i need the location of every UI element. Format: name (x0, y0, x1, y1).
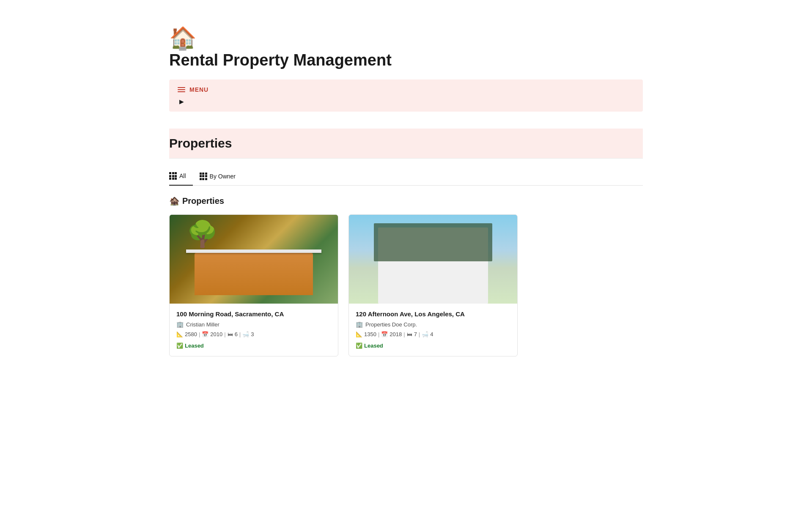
owner-icon-1: 🏢 (176, 321, 184, 328)
grid-icon-all (169, 172, 177, 180)
owner-name-2: Properties Doe Corp. (365, 321, 417, 328)
property-info-1: 100 Morning Road, Sacramento, CA 🏢 Crist… (170, 304, 338, 356)
beds-value-2: 7 (414, 331, 417, 337)
status-badge-2: ✅ Leased (356, 343, 383, 349)
owner-name-1: Cristian Miller (186, 321, 219, 328)
year-value-1: 2010 (210, 331, 222, 337)
sqft-value-1: 2580 (185, 331, 197, 337)
property-address-1: 100 Morning Road, Sacramento, CA (176, 310, 331, 318)
sqft-icon-2: 📐 (356, 331, 362, 337)
bath-icon-1: 🛁 (242, 331, 249, 337)
menu-toggle[interactable]: MENU (178, 86, 634, 93)
app-title: Rental Property Management (169, 51, 643, 69)
tab-by-owner-label: By Owner (210, 173, 236, 180)
bed-icon-1: 🛏 (228, 331, 233, 337)
baths-value-1: 3 (251, 331, 254, 337)
menu-expand-arrow[interactable]: ▶ (179, 98, 634, 105)
tree-decoration-icon: 🌳 (187, 219, 218, 249)
properties-section-header: Properties (169, 129, 643, 159)
menu-label: MENU (189, 86, 208, 93)
app-header: 🏠 Rental Property Management (169, 25, 643, 69)
app-logo-icon: 🏠 (169, 26, 197, 50)
property-details-1: 📐 2580 | 📅 2010 | 🛏 6 | 🛁 3 (176, 331, 331, 337)
property-info-2: 120 Afternoon Ave, Los Angeles, CA 🏢 Pro… (349, 304, 517, 356)
owner-icon-2: 🏢 (356, 321, 363, 328)
hamburger-icon (178, 87, 185, 92)
status-icon-1: ✅ (176, 343, 183, 349)
year-value-2: 2018 (390, 331, 402, 337)
property-address-2: 120 Afternoon Ave, Los Angeles, CA (356, 310, 510, 318)
properties-tabs: All By Owner (169, 169, 643, 186)
year-icon-2: 📅 (381, 331, 388, 337)
property-card-2[interactable]: 120 Afternoon Ave, Los Angeles, CA 🏢 Pro… (348, 214, 518, 356)
tab-by-owner[interactable]: By Owner (200, 169, 242, 185)
status-text-2: Leased (364, 343, 383, 349)
subsection-icon: 🏚️ (169, 196, 180, 206)
properties-grid: 🌳 100 Morning Road, Sacramento, CA 🏢 Cri… (169, 214, 643, 356)
status-icon-2: ✅ (356, 343, 362, 349)
sqft-icon-1: 📐 (176, 331, 183, 337)
status-badge-1: ✅ Leased (176, 343, 204, 349)
property-owner-2: 🏢 Properties Doe Corp. (356, 321, 510, 328)
tab-all[interactable]: All (169, 169, 193, 186)
grid-icon-by-owner (200, 173, 207, 180)
bath-icon-2: 🛁 (422, 331, 428, 337)
year-icon-1: 📅 (202, 331, 208, 337)
property-owner-1: 🏢 Cristian Miller (176, 321, 331, 328)
property-image-2 (349, 215, 517, 304)
bed-icon-2: 🛏 (407, 331, 412, 337)
status-text-1: Leased (185, 343, 204, 349)
tab-all-label: All (179, 173, 186, 179)
subsection-properties-title: 🏚️ Properties (169, 196, 643, 206)
baths-value-2: 4 (430, 331, 433, 337)
properties-section-title: Properties (169, 136, 643, 151)
beds-value-1: 6 (235, 331, 238, 337)
menu-bar: MENU ▶ (169, 79, 643, 112)
property-image-1: 🌳 (170, 215, 338, 304)
subsection-title-text: Properties (182, 196, 224, 206)
sqft-value-2: 1350 (364, 331, 376, 337)
property-card-1[interactable]: 🌳 100 Morning Road, Sacramento, CA 🏢 Cri… (169, 214, 338, 356)
property-details-2: 📐 1350 | 📅 2018 | 🛏 7 | 🛁 4 (356, 331, 510, 337)
